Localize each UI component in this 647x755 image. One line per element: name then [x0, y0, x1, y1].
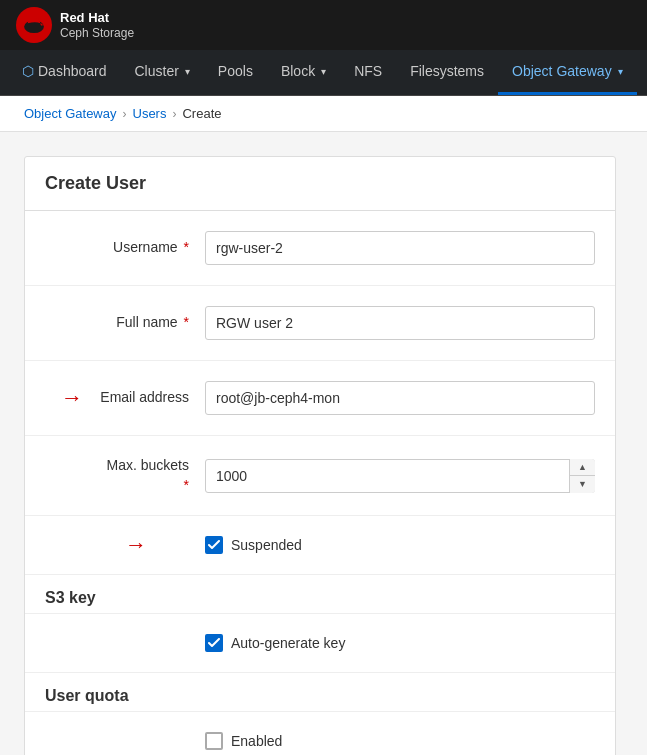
breadcrumb-object-gateway[interactable]: Object Gateway — [24, 106, 117, 121]
nav-item-block[interactable]: Block ▾ — [267, 50, 340, 95]
breadcrumb-sep-1: › — [123, 107, 127, 121]
username-label: Username * — [45, 238, 205, 258]
create-user-card: Create User Username * Full name * — [24, 156, 616, 755]
auto-generate-row: Auto-generate key — [45, 624, 595, 662]
checkmark-icon — [208, 540, 220, 550]
nav-item-filesystems[interactable]: Filesystems — [396, 50, 498, 95]
fullname-section: Full name * — [25, 286, 615, 361]
breadcrumb-sep-2: › — [172, 107, 176, 121]
main-content: Create User Username * Full name * — [0, 132, 640, 755]
username-section: Username * — [25, 211, 615, 286]
email-arrow-icon: → — [61, 385, 83, 411]
nav-item-pools[interactable]: Pools — [204, 50, 267, 95]
nav-item-object-gateway[interactable]: Object Gateway ▾ — [498, 50, 637, 95]
brand: Red Hat Ceph Storage — [16, 7, 134, 43]
suspended-section: → Suspended — [25, 516, 615, 575]
suspended-arrow-icon: → — [125, 532, 147, 558]
s3key-section: Auto-generate key — [25, 614, 615, 673]
s3key-section-header: S3 key — [25, 575, 615, 614]
suspended-label[interactable]: Suspended — [231, 537, 302, 553]
block-caret-icon: ▾ — [321, 66, 326, 77]
fullname-label: Full name * — [45, 313, 205, 333]
breadcrumb: Object Gateway › Users › Create — [0, 96, 647, 132]
auto-generate-checkbox[interactable] — [205, 634, 223, 652]
user-quota-section: Enabled — [25, 712, 615, 755]
fullname-row: Full name * — [45, 296, 595, 350]
suspended-checkbox[interactable] — [205, 536, 223, 554]
user-quota-enabled-checkbox[interactable] — [205, 732, 223, 750]
spinner-down-button[interactable]: ▼ — [570, 476, 595, 493]
auto-generate-checkmark-icon — [208, 638, 220, 648]
max-buckets-spinner: ▲ ▼ — [205, 459, 595, 493]
user-quota-enabled-label[interactable]: Enabled — [231, 733, 282, 749]
svg-point-1 — [24, 21, 44, 34]
breadcrumb-users[interactable]: Users — [133, 106, 167, 121]
main-navigation: ⬡ Dashboard Cluster ▾ Pools Block ▾ NFS … — [0, 50, 647, 96]
card-body: Username * Full name * — [25, 211, 615, 755]
cluster-caret-icon: ▾ — [185, 66, 190, 77]
max-buckets-section: Max. buckets * ▲ ▼ — [25, 436, 615, 516]
max-buckets-row: Max. buckets * ▲ ▼ — [45, 446, 595, 505]
spinner-buttons: ▲ ▼ — [569, 459, 595, 493]
fullname-input[interactable] — [205, 306, 595, 340]
max-buckets-required-indicator: * — [184, 477, 189, 493]
user-quota-section-header: User quota — [25, 673, 615, 712]
breadcrumb-create: Create — [182, 106, 221, 121]
suspended-row: → Suspended — [45, 526, 595, 564]
suspended-checkbox-wrapper: Suspended — [205, 536, 302, 554]
username-row: Username * — [45, 221, 595, 275]
nav-item-dashboard[interactable]: ⬡ Dashboard — [8, 50, 121, 95]
email-row: → Email address — [45, 371, 595, 425]
redhat-logo-icon — [16, 7, 52, 43]
object-gateway-caret-icon: ▾ — [618, 66, 623, 77]
card-header: Create User — [25, 157, 615, 211]
nav-item-nfs[interactable]: NFS — [340, 50, 396, 95]
top-navbar: Red Hat Ceph Storage — [0, 0, 647, 50]
email-input[interactable] — [205, 381, 595, 415]
dashboard-icon: ⬡ — [22, 63, 34, 79]
user-quota-enabled-row: Enabled — [45, 722, 595, 755]
auto-generate-label[interactable]: Auto-generate key — [231, 635, 345, 651]
auto-generate-wrapper: Auto-generate key — [205, 634, 345, 652]
nav-item-cluster[interactable]: Cluster ▾ — [121, 50, 204, 95]
spinner-up-button[interactable]: ▲ — [570, 459, 595, 477]
brand-text: Red Hat Ceph Storage — [60, 10, 134, 40]
max-buckets-input[interactable] — [205, 459, 595, 493]
fullname-required-indicator: * — [184, 314, 189, 330]
username-input[interactable] — [205, 231, 595, 265]
user-quota-enabled-wrapper: Enabled — [205, 732, 282, 750]
email-section: → Email address — [25, 361, 615, 436]
username-required-indicator: * — [184, 239, 189, 255]
max-buckets-label: Max. buckets * — [45, 456, 205, 495]
